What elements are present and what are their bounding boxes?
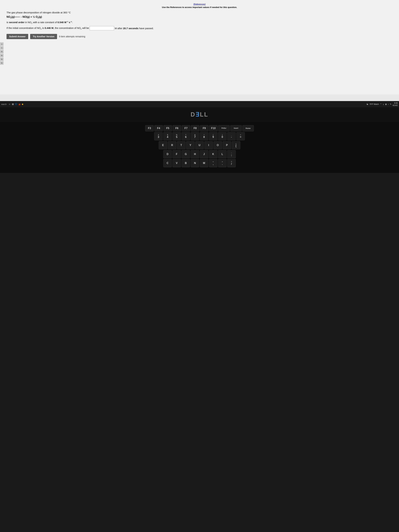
key-f3[interactable]: F3 bbox=[145, 125, 154, 131]
search-circle-icon[interactable]: ○ bbox=[8, 102, 11, 106]
taskbar-time-value: 8:09 bbox=[393, 102, 398, 104]
wifi-icon[interactable]: ┬ bbox=[383, 103, 384, 105]
key-3-hash[interactable]: #3 bbox=[154, 132, 163, 140]
references-link[interactable]: [References] bbox=[6, 3, 393, 5]
key-o[interactable]: O bbox=[214, 141, 222, 149]
key-colon[interactable]: :; bbox=[227, 150, 236, 158]
num-key-row: #3 $4 %5 ^6 &7 *8 (9 )0 _- += bbox=[2, 132, 397, 140]
key-v[interactable]: V bbox=[172, 159, 181, 167]
key-f7[interactable]: F7 bbox=[182, 125, 190, 131]
taskbar-search[interactable]: earch bbox=[1, 103, 7, 105]
browser2-icon[interactable]: ◕ bbox=[18, 102, 21, 106]
taskbar-date-value: 6/14/2 bbox=[393, 104, 398, 107]
order-text: is second order in NO2 with a rate const… bbox=[6, 21, 393, 24]
key-f[interactable]: F bbox=[172, 150, 181, 158]
key-n[interactable]: N bbox=[191, 159, 199, 167]
key-minus[interactable]: _- bbox=[227, 132, 236, 140]
key-l[interactable]: L bbox=[218, 150, 227, 158]
key-f11[interactable]: PrtScr bbox=[218, 125, 230, 131]
content-area: [References] Use the References to acces… bbox=[0, 0, 399, 95]
key-equals[interactable]: += bbox=[236, 132, 245, 140]
key-i[interactable]: I bbox=[204, 141, 213, 149]
concentration-input[interactable] bbox=[90, 26, 114, 30]
dell-logo-area: DƎLL bbox=[0, 107, 399, 122]
fn-key-row: F3 F4 F5 F6 F7 F8 F9 F10 PrtScr Insert H… bbox=[2, 125, 397, 131]
taskbar: earch ○ ⊞ ⓒ ◕ ● 🌤 79°F Watch ⌃ ┬ ▮ ♪ ✎ 8… bbox=[0, 101, 399, 107]
key-m[interactable]: M bbox=[200, 159, 208, 167]
keyboard-area: F3 F4 F5 F6 F7 F8 F9 F10 PrtScr Insert H… bbox=[0, 122, 399, 173]
concentration-line: If the initial concentration of NO2 is 0… bbox=[6, 26, 393, 30]
key-j[interactable]: J bbox=[200, 150, 208, 158]
key-b[interactable]: B bbox=[182, 159, 190, 167]
letter-row-3: C V B N M <, >. ?/ bbox=[2, 159, 397, 167]
edge-icon[interactable]: ⓒ bbox=[14, 102, 18, 106]
key-d[interactable]: D bbox=[163, 150, 172, 158]
sidebar-tab-3[interactable]: ts bbox=[0, 50, 4, 53]
key-r[interactable]: R bbox=[168, 141, 176, 149]
key-p[interactable]: P bbox=[223, 141, 231, 149]
key-0-rparen[interactable]: )0 bbox=[218, 132, 227, 140]
letter-row-1: E R T Y U I O P {[ bbox=[2, 141, 397, 149]
key-f4[interactable]: F4 bbox=[154, 125, 163, 131]
references-link-text[interactable]: [References] bbox=[193, 3, 206, 5]
key-lt[interactable]: <, bbox=[209, 159, 217, 167]
key-6-caret[interactable]: ^6 bbox=[182, 132, 190, 140]
question-intro: The gas phase decomposition of nitrogen … bbox=[6, 11, 393, 14]
key-h[interactable]: H bbox=[191, 150, 199, 158]
key-c[interactable]: C bbox=[163, 159, 172, 167]
volume-icon[interactable]: ♪ bbox=[388, 103, 389, 105]
letter-row-2: D F G H J K L :; bbox=[2, 150, 397, 158]
key-7-amp[interactable]: &7 bbox=[191, 132, 199, 140]
sidebar-tab-4[interactable]: ts bbox=[0, 54, 4, 57]
key-u[interactable]: U bbox=[195, 141, 204, 149]
key-gt[interactable]: >. bbox=[218, 159, 227, 167]
key-8-star[interactable]: *8 bbox=[200, 132, 208, 140]
sidebar-tab-6[interactable]: ts bbox=[0, 61, 4, 65]
key-f6[interactable]: F6 bbox=[173, 125, 181, 131]
chrome-icon[interactable]: ● bbox=[21, 102, 24, 106]
buttons-row: Submit Answer Try Another Version 9 item… bbox=[6, 34, 393, 39]
key-g[interactable]: G bbox=[182, 150, 190, 158]
key-k[interactable]: K bbox=[209, 150, 217, 158]
chevron-up-icon[interactable]: ⌃ bbox=[380, 103, 381, 105]
key-4-dollar[interactable]: $4 bbox=[163, 132, 172, 140]
reaction-equation: NO2(g)——→NO(g) + ½ O2(g) bbox=[6, 15, 393, 19]
sidebar-tab-5[interactable]: ts bbox=[0, 57, 4, 61]
battery-icon[interactable]: ▮ bbox=[386, 103, 386, 105]
weather-icon: 🌤 bbox=[366, 103, 368, 105]
submit-answer-button[interactable]: Submit Answer bbox=[6, 34, 28, 39]
taskbar-right: 🌤 79°F Watch ⌃ ┬ ▮ ♪ ✎ 8:09 6/14/2 bbox=[366, 102, 398, 107]
attempts-remaining: 9 item attempts remaining bbox=[59, 35, 85, 38]
sidebar-tab-2[interactable]: s bbox=[0, 46, 4, 50]
key-f5[interactable]: F5 bbox=[164, 125, 172, 131]
taskbar-clock: 8:09 6/14/2 bbox=[393, 102, 398, 107]
sidebar-tab-1[interactable]: s bbox=[0, 42, 4, 46]
key-e[interactable]: E bbox=[159, 141, 167, 149]
pen-icon[interactable]: ✎ bbox=[390, 103, 391, 105]
references-instruction: Use the References to access important v… bbox=[6, 6, 393, 8]
key-f10[interactable]: F10 bbox=[209, 125, 218, 131]
key-home[interactable]: Home bbox=[242, 125, 254, 131]
dell-logo: DƎLL bbox=[191, 111, 209, 118]
taskview-icon[interactable]: ⊞ bbox=[11, 102, 14, 106]
key-lbrace[interactable]: {[ bbox=[232, 141, 240, 149]
key-f12[interactable]: Insert bbox=[230, 125, 242, 131]
key-question[interactable]: ?/ bbox=[227, 159, 236, 167]
key-5-percent[interactable]: %5 bbox=[172, 132, 181, 140]
sidebar: s s ts ts ts ts bbox=[0, 42, 4, 65]
try-another-button[interactable]: Try Another Version bbox=[30, 34, 57, 39]
key-t[interactable]: T bbox=[177, 141, 185, 149]
weather-text: 79°F Watch bbox=[369, 103, 379, 105]
key-f8[interactable]: F8 bbox=[191, 125, 199, 131]
key-y[interactable]: Y bbox=[186, 141, 195, 149]
key-9-lparen[interactable]: (9 bbox=[209, 132, 217, 140]
screen-area: s s ts ts ts ts [References] Use the Ref… bbox=[0, 0, 399, 101]
key-f9[interactable]: F9 bbox=[200, 125, 209, 131]
